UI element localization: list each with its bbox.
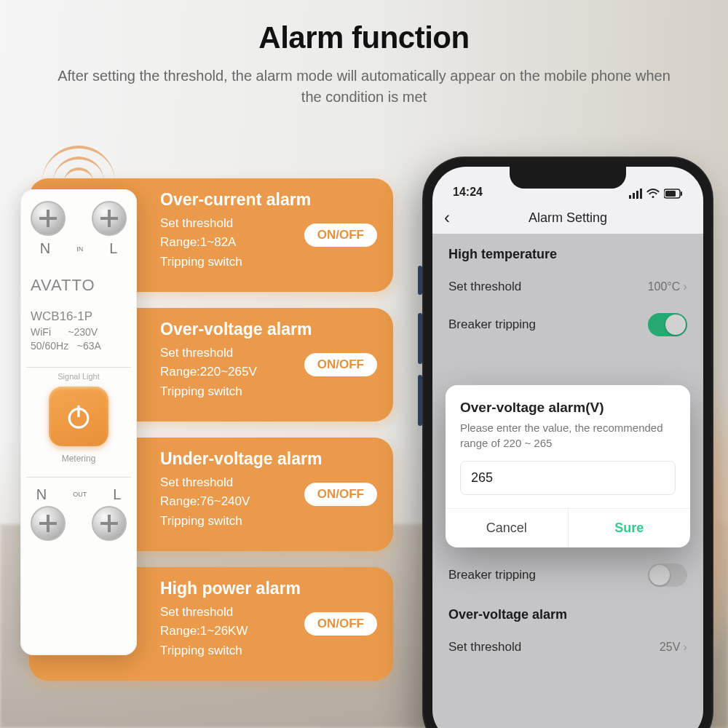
- n-label: N: [36, 486, 47, 503]
- card-line: Tripping switch: [160, 253, 377, 272]
- onoff-badge: ON/OFF: [304, 612, 377, 636]
- modal-title: Over-voltage alarm(V): [446, 385, 690, 420]
- svg-rect-5: [640, 189, 642, 199]
- svg-rect-8: [681, 191, 682, 196]
- onoff-badge: ON/OFF: [304, 353, 377, 376]
- terminal-screw: [92, 201, 127, 236]
- svg-rect-3: [633, 193, 635, 199]
- onoff-badge: ON/OFF: [304, 223, 377, 247]
- card-title: Over-current alarm: [160, 190, 377, 210]
- svg-point-6: [652, 196, 654, 198]
- page-title: Alarm function: [0, 20, 728, 55]
- model-number: WCB16-1P: [31, 308, 101, 325]
- l-label: L: [113, 486, 121, 503]
- power-button[interactable]: [49, 387, 108, 446]
- terminal-screw: [92, 506, 127, 541]
- status-icons: [629, 189, 683, 199]
- spec-line: WiFi ~230V: [31, 325, 101, 340]
- card-line: Tripping switch: [160, 512, 377, 531]
- onoff-badge: ON/OFF: [304, 483, 377, 506]
- modal-description: Please enter the value, the recommended …: [446, 420, 690, 451]
- svg-rect-4: [636, 191, 638, 199]
- threshold-input[interactable]: 265: [460, 461, 676, 495]
- signal-light-label: Signal Light: [58, 372, 100, 381]
- sure-button[interactable]: Sure: [569, 509, 691, 547]
- over-voltage-modal: Over-voltage alarm(V) Please enter the v…: [446, 385, 690, 547]
- n-label: N: [40, 240, 50, 257]
- in-label: IN: [76, 245, 83, 253]
- signal-icon: [629, 189, 642, 199]
- out-label: OUT: [73, 491, 87, 498]
- metering-label: Metering: [62, 454, 96, 464]
- svg-rect-2: [629, 195, 631, 199]
- card-line: Tripping switch: [160, 641, 377, 660]
- card-title: High power alarm: [160, 579, 377, 598]
- terminal-screw: [31, 201, 66, 236]
- cancel-button[interactable]: Cancel: [446, 509, 568, 547]
- terminal-screw: [31, 506, 66, 541]
- card-title: Under-voltage alarm: [160, 449, 377, 469]
- l-label: L: [109, 240, 117, 257]
- back-button[interactable]: ‹: [444, 207, 450, 228]
- phone-screen: 14:24 ‹ Alarm Setting High temperature S…: [432, 167, 703, 728]
- battery-icon: [664, 189, 683, 199]
- screen-title: Alarm Setting: [529, 210, 607, 226]
- wifi-status-icon: [646, 189, 660, 199]
- card-line: Tripping switch: [160, 382, 377, 401]
- phone-notch: [510, 167, 626, 189]
- power-icon: [64, 402, 93, 431]
- card-title: Over-voltage alarm: [160, 320, 377, 339]
- page-subtitle: After setting the threshold, the alarm m…: [55, 66, 673, 108]
- brand-label: AVATTO: [31, 276, 95, 295]
- device-breaker: N IN L AVATTO WCB16-1P WiFi ~230V 50/60H…: [20, 189, 137, 655]
- svg-rect-9: [665, 191, 676, 197]
- status-time: 14:24: [453, 186, 483, 199]
- phone-frame: 14:24 ‹ Alarm Setting High temperature S…: [422, 157, 713, 728]
- spec-line: 50/60Hz ~63A: [31, 339, 101, 354]
